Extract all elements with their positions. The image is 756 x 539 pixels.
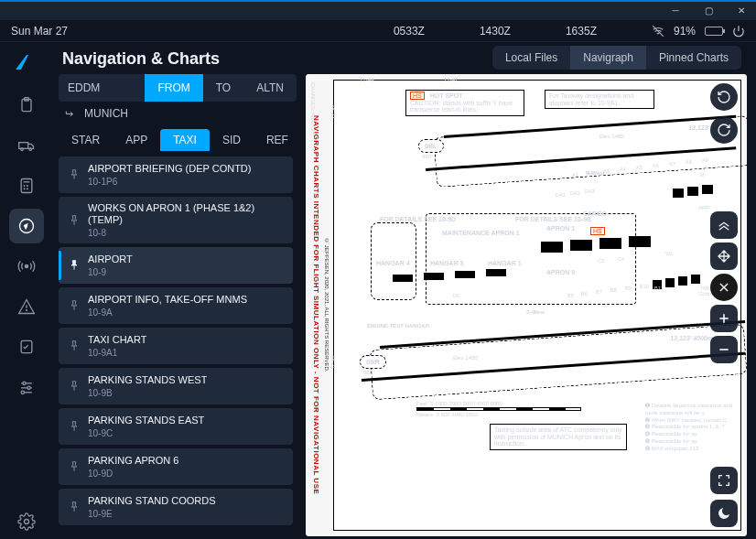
chart-copyright-text: © JEPPESEN, 2020, 2021. ALL RIGHTS RESER…	[320, 80, 329, 531]
chart-night-mode-button[interactable]	[710, 500, 738, 527]
sidebar-truck[interactable]	[9, 128, 44, 163]
chart-zoom-in-button[interactable]	[710, 305, 738, 332]
window-close-button[interactable]: ✕	[730, 2, 752, 18]
pin-icon[interactable]	[68, 420, 81, 433]
chart-item-name: WORKS ON APRON 1 (PHASE 1&2) (TEMP)	[88, 202, 284, 226]
status-time-3: 1635Z	[566, 25, 597, 38]
taxiway-label: DA3	[585, 189, 595, 194]
sidebar-presets[interactable]	[9, 370, 44, 404]
pin-icon[interactable]	[68, 214, 81, 227]
chart-list-item[interactable]: AIRPORT INFO, TAKE-OFF MNMS 10-9A	[59, 287, 293, 324]
chart-list-item[interactable]: TAXI CHART 10-9A1	[59, 328, 293, 364]
airport-icao-input[interactable]: EDDM	[59, 74, 145, 102]
svg-point-22	[21, 391, 24, 393]
pin-icon[interactable]	[68, 259, 81, 272]
chart-list-item[interactable]: PARKING STANDS WEST 10-9B	[59, 368, 293, 404]
chart-fullscreen-button[interactable]	[710, 467, 738, 494]
sidebar-checklist[interactable]	[9, 329, 44, 364]
taxiway-label: B11	[654, 286, 664, 291]
chart-tab-taxi[interactable]: TAXI	[160, 129, 210, 151]
taxiway-label: A2	[587, 170, 593, 176]
taxiway-label: A8	[686, 159, 692, 165]
chart-item-name: AIRPORT BRIEFING (DEP CONTD)	[88, 163, 251, 175]
svg-point-20	[27, 386, 30, 389]
chart-list-item[interactable]: PARKING STAND COORDS 10-9E	[59, 489, 293, 525]
chart-zoom-out-button[interactable]	[710, 336, 738, 363]
source-tab-pinned-charts[interactable]: Pinned Charts	[646, 46, 741, 70]
pin-icon[interactable]	[68, 501, 81, 513]
sidebar-failures[interactable]	[9, 289, 44, 324]
svg-point-18	[23, 382, 26, 384]
airport-role-altn[interactable]: ALTN	[243, 74, 297, 102]
sidebar-settings[interactable]	[9, 504, 44, 539]
chart-list-item[interactable]: AIRPORT 10-9	[59, 247, 293, 284]
pin-icon[interactable]	[68, 299, 81, 312]
status-time-2: 1430Z	[480, 25, 511, 38]
airport-role-to[interactable]: TO	[203, 74, 243, 102]
pin-icon[interactable]	[68, 460, 81, 473]
status-bar: Sun Mar 27 0533Z 1430Z 1635Z 91%	[0, 20, 756, 42]
chart-close-overlay-button[interactable]	[710, 274, 738, 301]
taxiway-label: A9	[702, 157, 708, 163]
chart-rotate-cw-button[interactable]	[710, 116, 738, 144]
svg-point-23	[25, 520, 29, 524]
chart-pan-up-wide-button[interactable]	[710, 211, 738, 239]
power-icon[interactable]	[732, 25, 745, 38]
chart-item-code: 10-9	[88, 267, 133, 277]
sidebar-clipboard[interactable]	[9, 88, 44, 123]
chart-tab-app[interactable]: APP	[113, 129, 160, 151]
chart-list-item[interactable]: AIRPORT BRIEFING (DEP CONTD) 10-1P6	[59, 156, 293, 193]
chart-item-name: AIRPORT INFO, TAKE-OFF MNMS	[88, 294, 247, 306]
chart-pan-center-button[interactable]	[710, 243, 738, 270]
chart-item-name: PARKING STANDS WEST	[88, 374, 207, 386]
chart-list-item[interactable]: PARKING APRON 6 10-9D	[59, 448, 293, 485]
taxiway-label: A6	[653, 163, 659, 168]
chart-warning-text: NAVIGRAPH CHARTS INTENDED FOR FLIGHT SIM…	[308, 80, 320, 531]
chart-rotate-ccw-button[interactable]	[710, 83, 738, 111]
taxiway-label: B9	[625, 286, 632, 291]
taxiway-label: B10	[640, 284, 649, 289]
battery-icon	[705, 27, 723, 36]
source-tab-local-files[interactable]: Local Files	[492, 46, 570, 70]
battery-percent: 91%	[674, 25, 696, 38]
chart-diagram: CHANGES: Apron 35. 11-44 11-47 48-22 48-…	[333, 80, 741, 531]
sidebar-calculator[interactable]	[9, 168, 44, 203]
chart-viewer[interactable]: NAVIGRAPH CHARTS INTENDED FOR FLIGHT SIM…	[306, 74, 747, 536]
taxiway-label: DA2	[570, 190, 580, 196]
svg-point-4	[21, 148, 24, 151]
taxiway-label: W1	[665, 251, 673, 256]
taxiway-label: B5	[567, 293, 574, 298]
svg-rect-3	[19, 143, 28, 149]
taxiway-label: B8	[610, 287, 617, 293]
chart-item-code: 10-9B	[88, 388, 207, 398]
airport-selector-bar: EDDM FROMTOALTN	[59, 74, 297, 102]
chart-list-item[interactable]: WORKS ON APRON 1 (PHASE 1&2) (TEMP) 10-8	[59, 197, 293, 243]
status-time-1: 0533Z	[394, 25, 425, 38]
taxiway-label: C3	[598, 258, 604, 264]
airport-role-from[interactable]: FROM	[145, 74, 202, 102]
pin-icon[interactable]	[68, 380, 81, 393]
app-logo	[12, 51, 41, 73]
chart-tab-star[interactable]: STAR	[59, 129, 113, 151]
svg-point-13	[25, 264, 27, 267]
source-tab-navigraph[interactable]: Navigraph	[570, 46, 646, 70]
chart-tab-ref[interactable]: REF	[254, 129, 301, 151]
window-minimize-button[interactable]: ─	[664, 2, 686, 18]
svg-point-15	[27, 310, 27, 311]
chart-item-name: PARKING STANDS EAST	[88, 415, 204, 426]
taxiway-label: A4	[620, 167, 626, 172]
chart-item-code: 10-9A1	[88, 348, 146, 358]
taxiway-label: D6	[453, 293, 459, 298]
window-titlebar: ─ ▢ ✕	[0, 0, 756, 20]
chart-tab-sid[interactable]: SID	[210, 129, 254, 151]
chart-item-name: PARKING APRON 6	[88, 455, 178, 467]
pin-icon[interactable]	[68, 168, 81, 181]
taxiway-label: B6	[581, 291, 588, 296]
nav-sidebar	[0, 42, 53, 539]
chart-list-item[interactable]: PARKING STANDS EAST 10-9C	[59, 408, 293, 445]
taxiway-label: DA1	[556, 192, 566, 198]
sidebar-navigation[interactable]	[9, 209, 44, 243]
window-maximize-button[interactable]: ▢	[697, 2, 719, 18]
sidebar-radio[interactable]	[9, 249, 44, 284]
pin-icon[interactable]	[68, 340, 81, 352]
